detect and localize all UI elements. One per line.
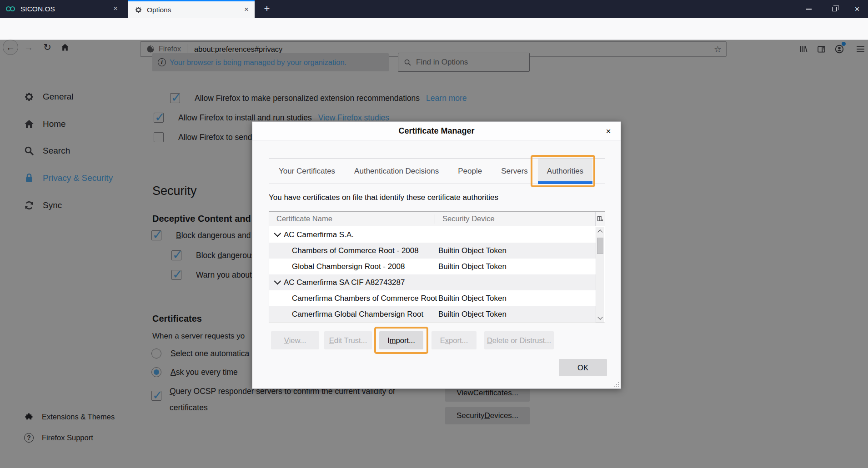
scrollbar-thumb[interactable]: [597, 238, 603, 254]
table-row[interactable]: Camerfirma Global Chambersign RootBuilti…: [269, 306, 596, 322]
edit-trust-button[interactable]: Edit Trust...: [324, 331, 372, 349]
table-row[interactable]: Global Chambersign Root - 2008Builtin Ob…: [269, 259, 596, 274]
scroll-down-icon[interactable]: [597, 314, 602, 319]
tab-close-icon[interactable]: ×: [110, 4, 121, 15]
tab-bar: SICON.OS × Options × + ×: [0, 0, 868, 18]
table-row-group[interactable]: AC Camerfirma S.A.: [269, 227, 596, 243]
tab-your-certificates[interactable]: Your Certificates: [270, 159, 344, 184]
ok-button[interactable]: OK: [559, 359, 607, 376]
tab-close-icon[interactable]: ×: [241, 5, 252, 15]
sicon-favicon-icon: [6, 6, 16, 12]
table-row[interactable]: Chambers of Commerce Root - 2008Builtin …: [269, 243, 596, 259]
tab-title: Options: [147, 6, 241, 14]
view-button[interactable]: View...: [271, 331, 319, 349]
column-header-security-device[interactable]: Security Device: [442, 214, 595, 223]
dialog-title: Certificate Manager: [398, 126, 474, 136]
resize-grip[interactable]: [613, 381, 619, 387]
tab-title: SICON.OS: [20, 5, 110, 13]
window-minimize-button[interactable]: [798, 0, 819, 18]
chevron-down-icon[interactable]: [274, 278, 281, 285]
tab-authentication-decisions[interactable]: Authentication Decisions: [345, 159, 448, 184]
column-header-certificate-name[interactable]: Certificate Name: [276, 214, 435, 223]
window-close-button[interactable]: ×: [847, 0, 868, 18]
certificate-table: Certificate Name Security Device AC Came…: [269, 211, 605, 323]
new-tab-button[interactable]: +: [259, 3, 275, 15]
delete-or-distrust-button[interactable]: Delete or Distrust...: [484, 331, 554, 349]
table-row[interactable]: Camerfirma Chambers of Commerce RootBuil…: [269, 290, 596, 306]
gear-favicon-icon: [135, 6, 142, 14]
dialog-close-button[interactable]: ×: [602, 125, 614, 137]
window-restore-button[interactable]: [824, 0, 845, 18]
tab-options[interactable]: Options ×: [128, 0, 255, 18]
table-header: Certificate Name Security Device: [269, 212, 605, 226]
scroll-up-icon[interactable]: [597, 229, 602, 234]
tab-sicon-os[interactable]: SICON.OS ×: [0, 0, 124, 18]
browser-window: SICON.OS × Options × + × ← → ↻ Fire: [0, 0, 868, 468]
dialog-description: You have certificates on file that ident…: [269, 193, 498, 202]
tab-authorities[interactable]: Authorities: [538, 159, 592, 184]
column-picker-icon[interactable]: [595, 212, 605, 226]
table-row-group[interactable]: AC Camerfirma SA CIF A82743287: [269, 274, 596, 290]
minimize-icon: [806, 9, 812, 10]
import-button[interactable]: Import...: [379, 331, 423, 349]
tab-servers[interactable]: Servers: [492, 159, 537, 184]
certificate-manager-dialog: Certificate Manager × Your Certificates …: [252, 121, 621, 389]
certificate-list: AC Camerfirma S.A. Chambers of Commerce …: [269, 227, 605, 322]
vertical-scrollbar[interactable]: [596, 227, 604, 323]
navigation-toolbar: ← → ↻ Firefox ☆: [0, 18, 868, 40]
chevron-down-icon[interactable]: [274, 230, 281, 237]
dialog-tab-strip: Your Certificates Authentication Decisio…: [269, 158, 605, 184]
dialog-titlebar: Certificate Manager: [252, 122, 621, 140]
tab-people[interactable]: People: [449, 159, 491, 184]
export-button[interactable]: Export...: [431, 331, 477, 349]
column-divider[interactable]: [435, 214, 435, 224]
restore-icon: [832, 7, 837, 11]
